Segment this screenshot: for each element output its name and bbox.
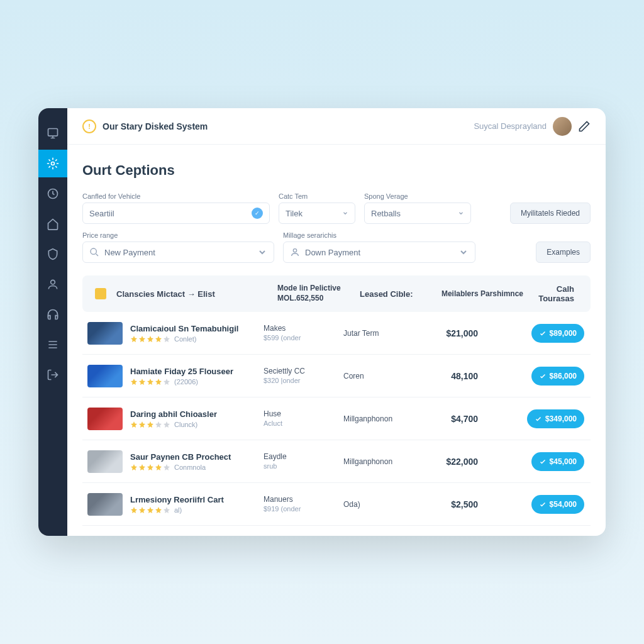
sidebar-icon-shield[interactable] [38, 240, 67, 268]
sidebar-icon-support[interactable] [38, 301, 67, 328]
filter-vehicle: Canfled for Vehicle Seartiil ✓ [82, 192, 270, 224]
stars-icon [130, 506, 170, 514]
stars-icon [130, 464, 170, 471]
chevron-down-icon [257, 247, 267, 257]
row-lease: Millganphonon [343, 457, 414, 466]
filter-price: Price range New Payment [82, 231, 274, 263]
rating-label: Conmnola [174, 464, 206, 471]
rating-label: Clunck) [174, 421, 197, 428]
car-thumbnail [87, 450, 123, 473]
row-price: $22,000 [421, 457, 478, 467]
rating: Conlet) [130, 335, 256, 343]
filter-row-1: Canfled for Vehicle Seartiil ✓ Catc Tem … [82, 192, 591, 224]
term-select[interactable]: Tilek [279, 203, 355, 224]
table-header: Clanscies Mictact → Elist Mode lin Pelic… [82, 275, 591, 312]
row-make: Eaydlesrub [264, 452, 336, 471]
sidebar-icon-exit[interactable] [38, 361, 67, 389]
price-action-button[interactable]: $45,000 [531, 452, 584, 471]
check-icon [539, 372, 547, 380]
main-content: ! Our Stary Disked System Suycal Despray… [67, 108, 606, 536]
svg-point-4 [91, 248, 96, 254]
sidebar-icon-settings[interactable] [38, 150, 67, 177]
sidebar-icon-user[interactable] [38, 270, 67, 298]
svg-point-1 [52, 162, 55, 165]
app-window: ! Our Stary Disked System Suycal Despray… [38, 108, 606, 536]
th-model: Mode lin Pelictive MOL.652,550 [277, 284, 350, 303]
vehicle-name: Lrmesiony Reoriifrl Cart [130, 495, 256, 504]
examples-button[interactable]: Examples [536, 242, 591, 263]
row-main: Lrmesiony Reoriifrl Cart al) [130, 495, 256, 514]
mileage-select[interactable]: Down Payment [283, 242, 475, 263]
filter-mileage: Millage serarichis Down Payment [283, 231, 475, 263]
content: Ourt Ceptions Canfled for Vehicle Searti… [67, 145, 606, 536]
chevron-down-icon [342, 210, 348, 216]
row-price: 48,100 [421, 371, 478, 381]
filter-vehicle-label: Canfled for Vehicle [82, 192, 270, 200]
row-make: Manuers$919 (onder [264, 495, 336, 514]
row-price: $4,700 [421, 414, 478, 424]
range-select[interactable]: Retballs [364, 203, 471, 224]
search-icon [89, 247, 99, 257]
price-select[interactable]: New Payment [82, 242, 274, 263]
sidebar-icon-history[interactable] [38, 180, 67, 208]
car-thumbnail [87, 493, 123, 516]
filter-range-label: Spong Verage [364, 192, 471, 200]
sidebar-icon-home[interactable] [38, 210, 67, 238]
rating-label: Conlet) [174, 335, 196, 343]
rating: (22006) [130, 378, 256, 386]
row-make: HuseAcluct [264, 409, 336, 428]
rating-label: al) [174, 506, 182, 514]
row-price: $2,500 [421, 499, 478, 509]
vehicle-name: Saur Paynen CB Prochect [130, 452, 256, 462]
row-lease: Oda) [343, 500, 414, 509]
svg-point-5 [293, 249, 296, 252]
price-action-button[interactable]: $89,000 [531, 324, 584, 343]
th-lease: Leased Cible: [360, 289, 430, 299]
search-input[interactable]: Seartiil ✓ [82, 203, 270, 224]
user-icon [290, 247, 300, 257]
page-title: Ourt Ceptions [82, 162, 591, 179]
th-performance: Meilablers Parshimnce [440, 289, 523, 298]
sidebar-icon-dashboard[interactable] [38, 119, 67, 147]
recent-button[interactable]: Myilitatels Rieded [510, 203, 591, 224]
stars-icon [130, 421, 170, 428]
price-action-button[interactable]: $54,000 [531, 495, 584, 514]
car-thumbnail [87, 322, 123, 345]
price-action-button[interactable]: $349,000 [527, 409, 584, 428]
rating: Clunck) [130, 421, 256, 428]
vehicle-name: Hamiate Fiday 25 Flouseer [130, 367, 256, 376]
row-main: Saur Paynen CB Prochect Conmnola [130, 452, 256, 471]
check-icon [539, 458, 547, 465]
table-row[interactable]: Hamiate Fiday 25 Flouseer (22006) Seciet… [82, 355, 591, 397]
vehicle-name: Clamicaioul Sn Temabuhigil [130, 324, 256, 333]
row-main: Clamicaioul Sn Temabuhigil Conlet) [130, 324, 256, 343]
row-main: Daring abhil Chioasler Clunck) [130, 409, 256, 428]
table-body: Clamicaioul Sn Temabuhigil Conlet) Makes… [82, 312, 591, 526]
avatar[interactable] [553, 117, 572, 136]
logo-icon: ! [82, 119, 96, 133]
row-make: Seciettly CC$320 |onder [264, 367, 336, 386]
filter-row-2: Price range New Payment Millage serarich… [82, 231, 591, 263]
row-make: Makes$599 (onder [264, 324, 336, 343]
sidebar-icon-menu[interactable] [38, 331, 67, 358]
table-row[interactable]: Daring abhil Chioasler Clunck) HuseAcluc… [82, 397, 591, 440]
svg-rect-0 [48, 129, 58, 136]
filter-term: Catc Tem Tilek [279, 192, 355, 224]
stars-icon [130, 378, 170, 386]
price-action-button[interactable]: $86,000 [531, 367, 584, 386]
app-title: Our Stary Disked System [103, 121, 208, 131]
stars-icon [130, 335, 170, 343]
table-row[interactable]: Saur Paynen CB Prochect Conmnola Eaydles… [82, 440, 591, 483]
row-lease: Jutar Term [343, 329, 414, 338]
table-row[interactable]: Lrmesiony Reoriifrl Cart al) Manuers$919… [82, 483, 591, 526]
table-row[interactable]: Clamicaioul Sn Temabuhigil Conlet) Makes… [82, 312, 591, 355]
list-icon [95, 288, 106, 299]
edit-icon[interactable] [578, 120, 591, 133]
filter-mileage-label: Millage serarichis [283, 231, 475, 239]
check-icon [539, 330, 547, 337]
rating: al) [130, 506, 256, 514]
chevron-down-icon [458, 210, 464, 216]
check-icon [539, 501, 547, 508]
car-thumbnail [87, 365, 123, 387]
svg-point-3 [51, 280, 55, 284]
